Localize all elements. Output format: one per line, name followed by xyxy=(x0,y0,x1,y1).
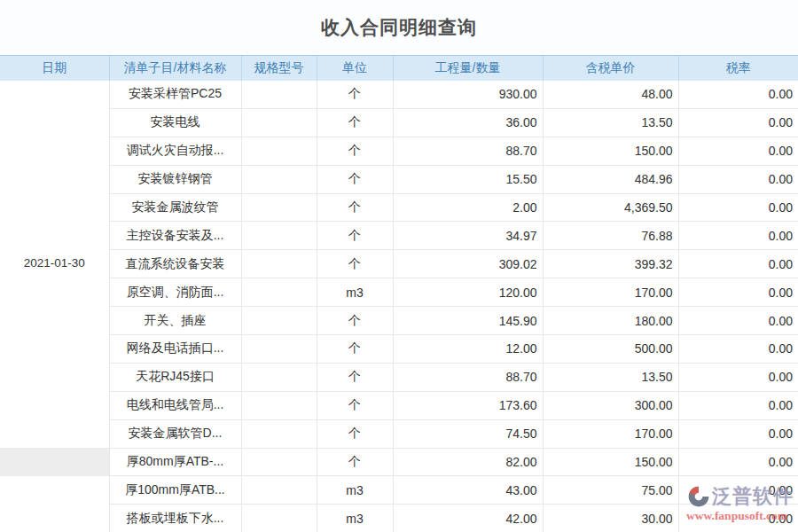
cell-name: 安装电线 xyxy=(109,108,241,137)
table-row[interactable]: 2021-01-30安装采样管PC25个930.0048.000.00 xyxy=(0,81,798,109)
table-header-row: 日期 清单子目/材料名称 规格型号 单位 工程量/数量 含税单价 税率 xyxy=(0,56,798,81)
table-row[interactable]: 搭板或埋板下水...m342.0030.000.00 xyxy=(0,505,798,532)
cell-quantity: 34.97 xyxy=(393,222,543,250)
cell-unit-price: 300.00 xyxy=(543,391,678,419)
col-header-name: 清单子目/材料名称 xyxy=(109,56,241,81)
cell-unit-price: 48.00 xyxy=(543,81,678,109)
cell-spec xyxy=(241,81,317,109)
cell-unit: 个 xyxy=(317,419,393,448)
cell-spec xyxy=(241,307,317,335)
cell-unit-price: 500.00 xyxy=(543,335,678,364)
cell-unit: m3 xyxy=(317,476,393,505)
cell-name: 安装镀锌钢管 xyxy=(109,165,241,193)
cell-quantity: 145.90 xyxy=(393,307,543,335)
table-row[interactable]: 调试火灾自动报...个88.70150.000.00 xyxy=(0,137,798,165)
cell-unit: 个 xyxy=(317,250,393,278)
table-row[interactable]: 主控设备安装及...个34.9776.880.00 xyxy=(0,222,798,250)
cell-quantity: 309.02 xyxy=(393,250,543,278)
col-header-unit-price: 含税单价 xyxy=(543,56,678,81)
cell-name: 厚80mm厚ATB-... xyxy=(109,448,241,476)
cell-quantity: 88.70 xyxy=(393,137,543,165)
cell-tax-rate: 0.00 xyxy=(678,363,798,391)
cell-name: 原空调、消防面... xyxy=(109,278,241,307)
cell-spec xyxy=(241,335,317,364)
table-row[interactable]: 原空调、消防面...m3120.00170.000.00 xyxy=(0,278,798,307)
cell-unit: 个 xyxy=(317,391,393,419)
cell-spec xyxy=(241,278,317,307)
cell-tax-rate: 0.00 xyxy=(678,81,798,109)
cell-quantity: 173.60 xyxy=(393,391,543,419)
cell-unit-price: 170.00 xyxy=(543,278,678,307)
cell-unit-price: 4,369.50 xyxy=(543,193,678,222)
table-row[interactable]: 开关、插座个145.90180.000.00 xyxy=(0,307,798,335)
cell-unit: 个 xyxy=(317,448,393,476)
table-row[interactable]: 安装电线个36.0013.500.00 xyxy=(0,108,798,137)
cell-name: 调试火灾自动报... xyxy=(109,137,241,165)
title-bar: 收入合同明细查询 xyxy=(0,0,798,55)
cell-quantity: 36.00 xyxy=(393,108,543,137)
cell-name: 安装金属波纹管 xyxy=(109,193,241,222)
cell-name: 直流系统设备安装 xyxy=(109,250,241,278)
table-row[interactable]: 电线和电线管局...个173.60300.000.00 xyxy=(0,391,798,419)
cell-unit: 个 xyxy=(317,193,393,222)
cell-tax-rate: 0.00 xyxy=(678,335,798,364)
cell-quantity: 88.70 xyxy=(393,363,543,391)
cell-spec xyxy=(241,419,317,448)
cell-unit: 个 xyxy=(317,363,393,391)
table-row[interactable]: 安装金属软管D...个74.50170.000.00 xyxy=(0,419,798,448)
cell-tax-rate: 0.00 xyxy=(678,137,798,165)
cell-tax-rate: 0.00 xyxy=(678,165,798,193)
cell-spec xyxy=(241,391,317,419)
cell-tax-rate: 0.00 xyxy=(678,250,798,278)
cell-unit-price: 150.00 xyxy=(543,137,678,165)
table-row[interactable]: 厚100mm厚ATB...m343.0075.000.00 xyxy=(0,476,798,505)
cell-unit-price: 76.88 xyxy=(543,222,678,250)
cell-quantity: 42.00 xyxy=(393,505,543,532)
cell-spec xyxy=(241,108,317,137)
cell-unit-price: 13.50 xyxy=(543,363,678,391)
cell-tax-rate: 0.00 xyxy=(678,307,798,335)
cell-unit: m3 xyxy=(317,278,393,307)
cell-unit-price: 399.32 xyxy=(543,250,678,278)
cell-spec xyxy=(241,250,317,278)
cell-unit: m3 xyxy=(317,505,393,532)
cell-unit-price: 30.00 xyxy=(543,505,678,532)
cell-unit: 个 xyxy=(317,222,393,250)
cell-unit-price: 180.00 xyxy=(543,307,678,335)
cell-tax-rate: 0.00 xyxy=(678,505,798,532)
cell-unit-price: 150.00 xyxy=(543,448,678,476)
table-row[interactable]: 安装镀锌钢管个15.50484.960.00 xyxy=(0,165,798,193)
cell-unit-price: 170.00 xyxy=(543,419,678,448)
cell-spec xyxy=(241,476,317,505)
cell-quantity: 43.00 xyxy=(393,476,543,505)
cell-unit: 个 xyxy=(317,108,393,137)
col-header-unit: 单位 xyxy=(317,56,393,81)
cell-quantity: 120.00 xyxy=(393,278,543,307)
cell-quantity: 15.50 xyxy=(393,165,543,193)
cell-name: 主控设备安装及... xyxy=(109,222,241,250)
cell-tax-rate: 0.00 xyxy=(678,193,798,222)
col-header-quantity: 工程量/数量 xyxy=(393,56,543,81)
cell-name: 网络及电话插口... xyxy=(109,335,241,364)
table-row[interactable]: 直流系统设备安装个309.02399.320.00 xyxy=(0,250,798,278)
table-row[interactable]: 网络及电话插口...个12.00500.000.00 xyxy=(0,335,798,364)
cell-unit-price: 75.00 xyxy=(543,476,678,505)
contract-detail-table: 日期 清单子目/材料名称 规格型号 单位 工程量/数量 含税单价 税率 2021… xyxy=(0,55,798,532)
cell-quantity: 74.50 xyxy=(393,419,543,448)
col-header-tax-rate: 税率 xyxy=(678,56,798,81)
cell-name: 开关、插座 xyxy=(109,307,241,335)
cell-tax-rate: 0.00 xyxy=(678,108,798,137)
table-row[interactable]: 安装金属波纹管个2.004,369.500.00 xyxy=(0,193,798,222)
cell-spec xyxy=(241,363,317,391)
cell-spec xyxy=(241,448,317,476)
table-row[interactable]: 天花RJ45接口个88.7013.500.00 xyxy=(0,363,798,391)
cell-name: 搭板或埋板下水... xyxy=(109,505,241,532)
cell-tax-rate: 0.00 xyxy=(678,476,798,505)
cell-unit-price: 484.96 xyxy=(543,165,678,193)
cell-spec xyxy=(241,137,317,165)
cell-quantity: 82.00 xyxy=(393,448,543,476)
cell-tax-rate: 0.00 xyxy=(678,419,798,448)
cell-quantity: 2.00 xyxy=(393,193,543,222)
cell-unit: 个 xyxy=(317,137,393,165)
table-row[interactable]: 厚80mm厚ATB-...个82.00150.000.00 xyxy=(0,448,798,476)
